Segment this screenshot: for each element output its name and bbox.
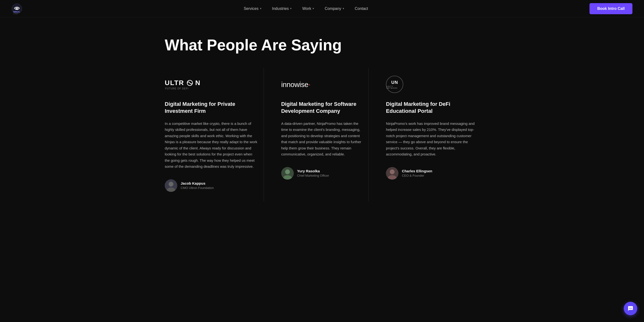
testimonials-grid: ULTR N Future of DeFi Digital Marketing … bbox=[165, 68, 479, 201]
logo-icon: NINJA promo bbox=[12, 3, 22, 14]
testimonial-2: innowise· Digital Marketing for Software… bbox=[270, 68, 374, 201]
testimonial-1-author: Jacob Kappus CMO Ultron Foundation bbox=[165, 179, 258, 192]
testimonial-1: ULTR N Future of DeFi Digital Marketing … bbox=[165, 68, 270, 201]
chat-bubble-button[interactable] bbox=[624, 302, 637, 315]
author-2-name: Yury Rasolka bbox=[297, 169, 329, 173]
testimonial-3-body: NinjaPromo's work has improved brand mes… bbox=[386, 120, 479, 157]
ultron-logo: ULTR N Future of DeFi bbox=[165, 78, 258, 91]
nav-links: Services ▾ Industries ▾ Work ▾ Company ▾… bbox=[239, 4, 372, 13]
ultron-wave-icon bbox=[185, 80, 194, 86]
author-2-avatar bbox=[281, 167, 294, 180]
author-3-name: Charles Ellingsen bbox=[402, 169, 432, 173]
svg-text:promo: promo bbox=[13, 13, 18, 14]
nav-contact[interactable]: Contact bbox=[350, 4, 372, 13]
testimonial-2-heading: Digital Marketing for Software Developme… bbox=[281, 101, 363, 114]
author-1-avatar bbox=[165, 179, 177, 192]
nav-industries[interactable]: Industries ▾ bbox=[268, 4, 296, 13]
author-3-info: Charles Ellingsen CEO & Founder bbox=[402, 169, 432, 177]
testimonial-3: UN UNITY NETWORK Digital Marketing for D… bbox=[374, 68, 479, 201]
author-3-photo bbox=[386, 167, 398, 180]
testimonial-1-body: In a competitive market like crypto, the… bbox=[165, 120, 258, 170]
section-title: What People Are Saying bbox=[165, 37, 479, 53]
svg-point-18 bbox=[630, 308, 631, 309]
svg-point-4 bbox=[18, 8, 19, 8]
author-1-info: Jacob Kappus CMO Ultron Foundation bbox=[181, 181, 214, 190]
svg-point-15 bbox=[390, 169, 394, 174]
book-intro-call-button[interactable]: Book Intro Call bbox=[590, 3, 632, 14]
author-2-photo bbox=[281, 167, 294, 180]
author-1-title: CMO Ultron Foundation bbox=[181, 186, 214, 190]
testimonial-3-author: Charles Ellingsen CEO & Founder bbox=[386, 167, 479, 180]
innowise-logo: innowise· bbox=[281, 78, 363, 91]
svg-point-3 bbox=[16, 8, 16, 8]
svg-point-17 bbox=[629, 308, 630, 309]
chat-icon bbox=[627, 305, 634, 312]
author-3-avatar bbox=[386, 167, 398, 180]
chevron-icon: ▾ bbox=[312, 7, 314, 10]
author-2-title: Chief Marketing Officer bbox=[297, 174, 329, 177]
svg-text:NINJA: NINJA bbox=[13, 10, 20, 13]
testimonial-2-author: Yury Rasolka Chief Marketing Officer bbox=[281, 167, 363, 180]
navbar: NINJA promo Services ▾ Industries ▾ Work… bbox=[0, 0, 644, 17]
svg-point-12 bbox=[285, 169, 290, 174]
chevron-icon: ▾ bbox=[260, 7, 262, 10]
nav-work[interactable]: Work ▾ bbox=[298, 4, 318, 13]
main-content: What People Are Saying ULTR N Future of … bbox=[153, 17, 491, 221]
author-3-title: CEO & Founder bbox=[402, 174, 432, 177]
author-2-info: Yury Rasolka Chief Marketing Officer bbox=[297, 169, 329, 177]
unity-network-logo: UN UNITY NETWORK bbox=[386, 78, 479, 91]
author-1-name: Jacob Kappus bbox=[181, 181, 214, 185]
testimonial-1-heading: Digital Marketing for Private Investment… bbox=[165, 101, 258, 114]
testimonial-2-body: A data-driven partner, NinjaPromo has ta… bbox=[281, 120, 363, 157]
testimonial-3-heading: Digital Marketing for DeFi Educational P… bbox=[386, 101, 479, 114]
nav-company[interactable]: Company ▾ bbox=[320, 4, 348, 13]
svg-point-19 bbox=[631, 308, 632, 309]
nav-services[interactable]: Services ▾ bbox=[239, 4, 266, 13]
chevron-icon: ▾ bbox=[290, 7, 292, 10]
chevron-icon: ▾ bbox=[343, 7, 344, 10]
author-1-photo bbox=[165, 179, 177, 192]
svg-point-9 bbox=[168, 182, 174, 187]
logo-link[interactable]: NINJA promo bbox=[12, 3, 22, 14]
